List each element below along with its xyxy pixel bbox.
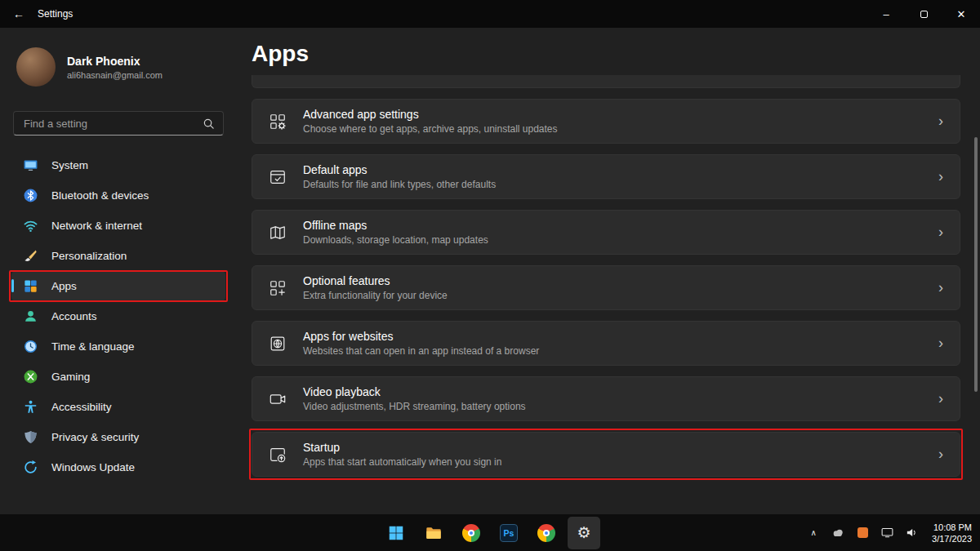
chrome-button-2[interactable] <box>530 517 563 549</box>
offline-maps-icon <box>252 224 303 242</box>
minimize-icon: – <box>883 8 889 20</box>
row-offline-maps[interactable]: Offline maps Downloads, storage location… <box>252 210 960 255</box>
search-box <box>13 111 224 136</box>
titlebar: ← Settings – ✕ <box>0 0 980 28</box>
default-apps-icon <box>252 168 303 186</box>
row-title: Advanced app settings <box>303 108 558 121</box>
sidebar-item-system[interactable]: System <box>11 150 225 180</box>
tray-app-button-1[interactable] <box>827 518 849 548</box>
sidebar-item-personalization[interactable]: Personalization <box>11 241 225 271</box>
accounts-icon <box>23 309 38 324</box>
back-arrow-icon: ← <box>13 7 24 20</box>
row-subtitle: Extra functionality for your device <box>303 290 448 301</box>
sidebar-item-label: Gaming <box>51 371 90 383</box>
selected-indicator <box>11 279 14 292</box>
chevron-up-icon: ∧ <box>810 528 816 537</box>
sidebar-item-time-language[interactable]: Time & language <box>11 331 225 362</box>
clock-date: 3/17/2023 <box>932 533 972 544</box>
scrollbar-thumb[interactable] <box>974 137 978 392</box>
settings-body: Dark Phoenix ali6hasnain@gmail.com Syste… <box>0 28 980 514</box>
maximize-icon <box>920 11 928 18</box>
cast-display-icon <box>880 526 894 540</box>
sidebar-item-bluetooth-devices[interactable]: Bluetooth & devices <box>11 180 225 211</box>
clock-time: 10:08 PM <box>932 522 972 533</box>
page-title: Apps <box>252 39 960 69</box>
sidebar-item-label: System <box>51 159 88 171</box>
sidebar-item-label: Bluetooth & devices <box>51 189 149 202</box>
sidebar-item-label: Personalization <box>51 250 127 262</box>
sidebar-item-apps[interactable]: Apps <box>11 271 225 301</box>
minimize-button[interactable]: – <box>867 0 905 28</box>
sidebar-item-label: Apps <box>51 280 77 292</box>
file-explorer-button[interactable] <box>417 517 450 549</box>
row-video-playback[interactable]: Video playback Video adjustments, HDR st… <box>252 376 960 421</box>
chevron-right-icon: › <box>938 224 960 241</box>
photoshop-button[interactable]: Ps <box>492 517 525 549</box>
start-button[interactable] <box>380 517 412 549</box>
chevron-right-icon: › <box>938 335 960 352</box>
time-language-icon <box>23 339 38 354</box>
sidebar-item-label: Windows Update <box>51 461 135 473</box>
gaming-icon <box>23 369 38 384</box>
chevron-right-icon: › <box>938 168 960 185</box>
scrolled-card-partial[interactable] <box>252 75 960 88</box>
privacy-security-icon <box>23 429 38 445</box>
close-icon: ✕ <box>957 8 966 20</box>
close-button[interactable]: ✕ <box>942 0 980 28</box>
gear-icon: ⚙ <box>577 523 590 542</box>
row-subtitle: Choose where to get apps, archive apps, … <box>303 123 558 135</box>
apps-for-websites-icon <box>252 335 303 353</box>
row-subtitle: Downloads, storage location, map updates <box>303 234 488 246</box>
search-input[interactable] <box>22 117 203 131</box>
tray-app-icon-1 <box>831 527 844 540</box>
row-subtitle: Websites that can open in an app instead… <box>303 345 539 357</box>
row-title: Video playback <box>303 385 526 398</box>
chevron-right-icon: › <box>938 279 960 296</box>
tray-app-icon-2 <box>858 527 868 538</box>
sidebar-item-accounts[interactable]: Accounts <box>11 301 225 331</box>
settings-taskbar-button[interactable]: ⚙ <box>568 517 600 549</box>
startup-icon <box>252 446 303 464</box>
user-name: Dark Phoenix <box>67 55 163 68</box>
user-email: ali6hasnain@gmail.com <box>67 70 163 80</box>
row-subtitle: Defaults for file and link types, other … <box>303 179 496 190</box>
row-default-apps[interactable]: Default apps Defaults for file and link … <box>252 154 960 199</box>
row-title: Default apps <box>303 163 496 176</box>
row-startup[interactable]: Startup Apps that start automatically wh… <box>252 432 960 477</box>
volume-icon <box>905 526 919 540</box>
sidebar-item-windows-update[interactable]: Windows Update <box>11 452 225 482</box>
row-title: Optional features <box>303 274 448 287</box>
sidebar-nav: System Bluetooth & devices Network & int… <box>0 150 237 482</box>
system-icon <box>23 158 38 173</box>
sidebar-item-label: Accessibility <box>51 401 112 413</box>
sidebar-item-privacy-security[interactable]: Privacy & security <box>11 422 225 452</box>
chevron-right-icon: › <box>938 390 960 407</box>
user-profile[interactable]: Dark Phoenix ali6hasnain@gmail.com <box>16 47 220 87</box>
sidebar-item-accessibility[interactable]: Accessibility <box>11 392 225 422</box>
row-advanced-app-settings[interactable]: Advanced app settings Choose where to ge… <box>252 99 960 144</box>
apps-icon <box>23 278 38 294</box>
volume-button[interactable] <box>901 518 922 548</box>
maximize-button[interactable] <box>905 0 942 28</box>
cast-display-button[interactable] <box>876 518 898 548</box>
bluetooth-icon <box>23 188 38 203</box>
row-optional-features[interactable]: Optional features Extra functionality fo… <box>252 265 960 310</box>
folder-icon <box>425 524 443 542</box>
sidebar-item-gaming[interactable]: Gaming <box>11 362 225 392</box>
optional-features-icon <box>252 279 303 297</box>
tray-expand-button[interactable]: ∧ <box>803 518 824 548</box>
chrome-button[interactable] <box>455 517 488 549</box>
sidebar-item-network-internet[interactable]: Network & internet <box>11 211 225 241</box>
tray-app-button-2[interactable] <box>852 518 873 548</box>
windows-logo-icon <box>387 524 405 542</box>
system-tray: ∧ 10:08 PM 3/17/20 <box>803 518 980 548</box>
chrome-icon-2 <box>537 524 555 542</box>
row-apps-for-websites[interactable]: Apps for websites Websites that can open… <box>252 321 960 366</box>
personalization-icon <box>23 248 38 264</box>
back-button[interactable]: ← <box>0 0 38 28</box>
sidebar-item-label: Time & language <box>51 340 135 353</box>
sidebar-item-label: Network & internet <box>51 220 142 232</box>
annotation-apps-highlight <box>9 270 228 302</box>
taskbar-clock[interactable]: 10:08 PM 3/17/2023 <box>925 522 972 544</box>
row-subtitle: Video adjustments, HDR streaming, batter… <box>303 401 526 412</box>
